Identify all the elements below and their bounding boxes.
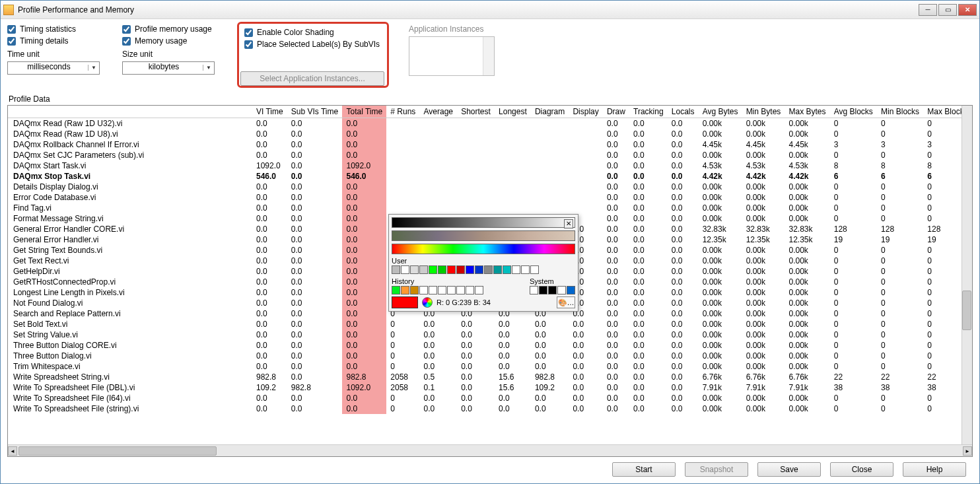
memory-usage-checkbox[interactable]: Memory usage [122,36,228,46]
color-swatch[interactable] [530,265,539,274]
color-swatch[interactable] [410,265,419,274]
color-swatch[interactable] [447,265,456,274]
table-row[interactable]: Three Button Dialog.vi0.00.00.000.00.00.… [8,351,972,361]
application-instances-listbox[interactable] [409,36,495,76]
table-row[interactable]: Details Display Dialog.vi0.00.00.00.00.0… [8,182,972,192]
table-row[interactable]: Error Code Database.vi0.00.00.00.00.00.0… [8,192,972,203]
table-row[interactable]: Write To Spreadsheet File (I64).vi0.00.0… [8,393,972,403]
color-swatch[interactable] [466,286,474,294]
table-row[interactable]: Three Button Dialog CORE.vi0.00.00.000.0… [8,340,972,351]
color-swatch[interactable] [466,265,474,274]
table-row[interactable]: DAQmx Rollback Channel If Error.vi0.00.0… [8,139,972,150]
color-picker-popup[interactable]: ✕ User History System [388,214,578,312]
color-picker-close-icon[interactable]: ✕ [564,219,573,228]
color-strip-greys[interactable]: ✕ [392,217,575,228]
color-swatch[interactable] [539,286,547,294]
column-header[interactable]: Min Bytes [742,106,785,118]
color-swatch[interactable] [419,265,428,274]
horizontal-scrollbar[interactable]: ◄ ► [8,444,972,456]
snapshot-button[interactable]: Snapshot [685,462,748,477]
minimize-button[interactable]: ─ [919,4,937,16]
color-wheel-icon[interactable] [422,297,433,308]
history-color-swatches[interactable] [392,286,483,294]
vertical-scrollbar[interactable] [962,106,972,444]
help-button[interactable]: Help [903,462,966,477]
maximize-button[interactable]: ▭ [938,4,957,16]
color-swatch[interactable] [475,286,483,294]
column-header[interactable]: Draw [603,106,629,118]
color-swatch[interactable] [392,286,400,294]
save-button[interactable]: Save [757,462,821,477]
column-header[interactable]: Total Time [342,106,386,118]
size-unit-select[interactable]: kilobytes [122,61,215,75]
column-header[interactable]: Min Blocks [877,106,923,118]
table-row[interactable]: DAQmx Read (Raw 1D U32).vi0.00.00.00.00.… [8,118,972,129]
table-row[interactable]: DAQmx Set CJC Parameters (sub).vi0.00.00… [8,150,972,160]
color-swatch[interactable] [530,286,538,294]
column-header[interactable]: Sub VIs Time [287,106,343,118]
color-swatch[interactable] [392,265,400,274]
timing-statistics-checkbox[interactable]: Timing statistics [7,24,113,34]
table-row[interactable]: Set String Value.vi0.00.00.000.00.00.00.… [8,329,972,340]
color-swatch[interactable] [419,286,428,294]
time-unit-select[interactable]: milliseconds [7,61,100,75]
table-row[interactable]: Write To Spreadsheet File (DBL).vi109.29… [8,382,972,393]
column-header[interactable]: Avg Blocks [830,106,877,118]
color-swatch[interactable] [438,286,446,294]
table-row[interactable]: Set Bold Text.vi0.00.00.000.00.00.00.00.… [8,319,972,329]
table-row[interactable]: Trim Whitespace.vi0.00.00.000.00.00.00.0… [8,361,972,372]
column-header[interactable]: Average [420,106,458,118]
column-header[interactable]: Display [569,106,603,118]
close-button[interactable]: ✕ [958,4,977,16]
column-header[interactable]: Longest [495,106,531,118]
data-cell: 0.00k [742,266,785,277]
column-header[interactable]: Tracking [629,106,668,118]
table-row[interactable]: DAQmx Start Task.vi1092.00.01092.00.00.0… [8,160,972,171]
color-swatch[interactable] [429,286,437,294]
profile-memory-usage-checkbox[interactable]: Profile memory usage [122,24,228,34]
color-swatch[interactable] [447,286,456,294]
color-swatch[interactable] [557,286,566,294]
column-header[interactable]: Avg Bytes [699,106,742,118]
color-swatch[interactable] [456,265,465,274]
color-swatch[interactable] [567,286,575,294]
data-cell: 0.0 [569,351,603,361]
color-swatch[interactable] [475,265,483,274]
color-swatch[interactable] [410,286,419,294]
place-selected-labels-checkbox[interactable]: Place Selected Label(s) By SubVIs [244,40,382,49]
color-swatch[interactable] [493,265,502,274]
column-header[interactable]: Diagram [531,106,569,118]
table-row[interactable]: Write Spreadsheet String.vi982.80.0982.8… [8,372,972,382]
select-application-instances-button[interactable]: Select Application Instances... [240,71,384,86]
more-colors-button[interactable]: 🎨… [557,296,575,308]
table-row[interactable]: DAQmx Stop Task.vi546.00.0546.00.00.00.0… [8,171,972,182]
column-header[interactable]: Shortest [457,106,495,118]
table-row[interactable]: Find Tag.vi0.00.00.00.00.00.00.00k0.00k0… [8,203,972,213]
table-row[interactable]: Write To Spreadsheet File (string).vi0.0… [8,403,972,414]
enable-color-shading-checkbox[interactable]: Enable Color Shading [244,28,382,37]
color-swatch[interactable] [429,265,437,274]
color-swatch[interactable] [521,265,530,274]
color-swatch[interactable] [503,265,511,274]
column-header[interactable]: VI Time [252,106,287,118]
color-strip-muted[interactable] [392,230,575,241]
timing-details-checkbox[interactable]: Timing details [7,36,113,46]
start-button[interactable]: Start [612,462,676,477]
column-header[interactable]: # Runs [386,106,419,118]
column-header[interactable]: Max Bytes [785,106,830,118]
close-button-footer[interactable]: Close [830,462,893,477]
color-swatch[interactable] [512,265,520,274]
color-swatch[interactable] [456,286,465,294]
user-color-swatches[interactable] [392,265,575,274]
column-header[interactable] [8,106,252,118]
color-strip-hues[interactable] [392,244,575,254]
titlebar[interactable]: Profile Performance and Memory ─ ▭ ✕ [1,1,979,19]
table-row[interactable]: DAQmx Read (Raw 1D U8).vi0.00.00.00.00.0… [8,129,972,139]
color-swatch[interactable] [438,265,446,274]
color-swatch[interactable] [548,286,557,294]
color-swatch[interactable] [484,265,493,274]
color-swatch[interactable] [401,265,409,274]
column-header[interactable]: Locals [668,106,699,118]
system-color-swatches[interactable] [530,286,575,294]
color-swatch[interactable] [401,286,409,294]
